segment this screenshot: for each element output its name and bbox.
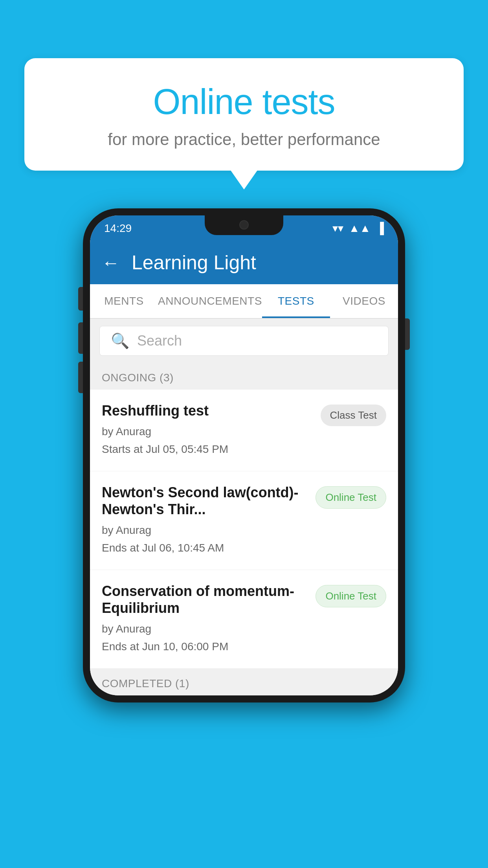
test-by-3: by Anurag [102, 620, 308, 638]
test-item-3[interactable]: Conservation of momentum-Equilibrium by … [90, 570, 398, 669]
status-icons: ▾▾ ▲▲ ▐ [332, 222, 384, 235]
test-badge-3: Online Test [316, 585, 386, 607]
search-icon: 🔍 [111, 332, 129, 349]
back-button[interactable]: ← [102, 252, 120, 273]
bubble-subtitle: for more practice, better performance [44, 130, 444, 149]
test-info-2: Newton's Second law(contd)-Newton's Thir… [102, 484, 308, 557]
test-name-2: Newton's Second law(contd)-Newton's Thir… [102, 484, 308, 518]
test-info-3: Conservation of momentum-Equilibrium by … [102, 583, 308, 656]
test-name-1: Reshuffling test [102, 402, 313, 419]
tabs-bar: MENTS ANNOUNCEMENTS TESTS VIDEOS [90, 284, 398, 319]
test-time-3: Ends at Jun 10, 06:00 PM [102, 638, 308, 656]
test-time-2: Ends at Jul 06, 10:45 AM [102, 539, 308, 557]
phone-screen: 14:29 ▾▾ ▲▲ ▐ ← Learning Light MENTS ANN… [90, 215, 398, 695]
tab-announcements[interactable]: ANNOUNCEMENTS [158, 284, 262, 318]
wifi-icon: ▾▾ [332, 222, 343, 235]
test-by-2: by Anurag [102, 522, 308, 539]
test-badge-2: Online Test [316, 486, 386, 509]
signal-icon: ▲▲ [349, 222, 371, 235]
test-by-1: by Anurag [102, 423, 313, 441]
battery-icon: ▐ [376, 222, 384, 235]
status-time: 14:29 [104, 222, 132, 235]
tab-videos[interactable]: VIDEOS [330, 284, 398, 318]
phone-notch [205, 215, 283, 235]
tab-ments[interactable]: MENTS [90, 284, 158, 318]
test-info-1: Reshuffling test by Anurag Starts at Jul… [102, 402, 313, 458]
phone-mockup: 14:29 ▾▾ ▲▲ ▐ ← Learning Light MENTS ANN… [83, 208, 405, 702]
phone-frame: 14:29 ▾▾ ▲▲ ▐ ← Learning Light MENTS ANN… [83, 208, 405, 702]
power-button [405, 318, 410, 350]
volume-up-button [78, 322, 83, 354]
app-bar: ← Learning Light [90, 241, 398, 284]
app-bar-title: Learning Light [132, 251, 256, 274]
search-container: 🔍 Search [90, 319, 398, 363]
test-badge-1: Class Test [321, 405, 386, 426]
mute-button [78, 287, 83, 311]
front-camera [239, 220, 249, 230]
volume-down-button [78, 362, 83, 393]
search-placeholder: Search [137, 333, 182, 349]
test-item-1[interactable]: Reshuffling test by Anurag Starts at Jul… [90, 390, 398, 471]
section-completed-header: COMPLETED (1) [90, 669, 398, 695]
test-list: Reshuffling test by Anurag Starts at Jul… [90, 390, 398, 669]
search-box[interactable]: 🔍 Search [99, 326, 389, 356]
tab-tests[interactable]: TESTS [262, 284, 330, 318]
test-item-2[interactable]: Newton's Second law(contd)-Newton's Thir… [90, 471, 398, 570]
bubble-title: Online tests [44, 82, 444, 122]
test-name-3: Conservation of momentum-Equilibrium [102, 583, 308, 616]
test-time-1: Starts at Jul 05, 05:45 PM [102, 441, 313, 458]
section-ongoing-header: ONGOING (3) [90, 363, 398, 390]
speech-bubble: Online tests for more practice, better p… [24, 58, 464, 171]
